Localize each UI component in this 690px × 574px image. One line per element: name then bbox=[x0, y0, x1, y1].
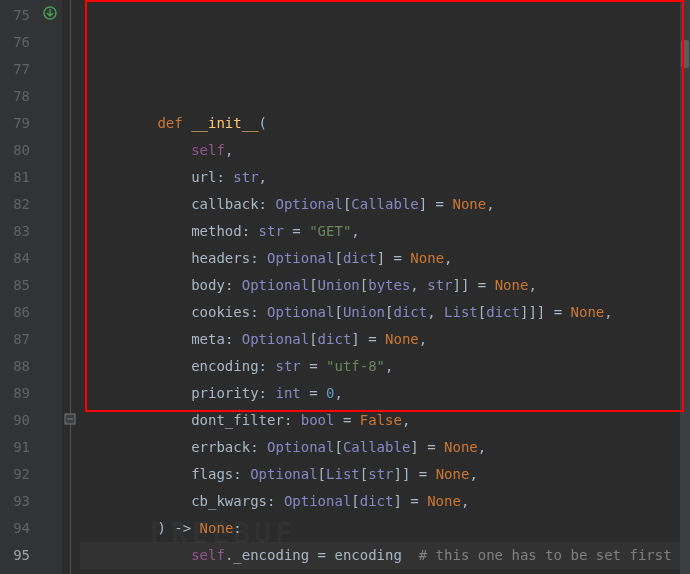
token-punc: : bbox=[225, 331, 242, 347]
token-punc: [ bbox=[334, 250, 342, 266]
token-kw: None bbox=[436, 466, 470, 482]
line-number: 79 bbox=[0, 110, 30, 137]
line-number: 92 bbox=[0, 461, 30, 488]
token-punc: , bbox=[528, 277, 536, 293]
token-punc: [ bbox=[334, 439, 342, 455]
code-line[interactable]: body: Optional[Union[bytes, str]] = None… bbox=[90, 272, 690, 299]
code-line[interactable]: callback: Optional[Callable] = None, bbox=[90, 191, 690, 218]
code-line[interactable]: priority: int = 0, bbox=[90, 380, 690, 407]
token-builtin: str bbox=[275, 358, 300, 374]
line-number: 86 bbox=[0, 299, 30, 326]
line-number: 91 bbox=[0, 434, 30, 461]
token-punc: ._encoding = encoding bbox=[225, 547, 419, 563]
token-punc: = bbox=[334, 412, 359, 428]
code-line[interactable]: self, bbox=[90, 137, 690, 164]
line-number: 77 bbox=[0, 56, 30, 83]
token-punc: [ bbox=[318, 466, 326, 482]
token-punc: ]]] = bbox=[520, 304, 571, 320]
code-line[interactable]: errback: Optional[Callable] = None, bbox=[90, 434, 690, 461]
token-punc: : bbox=[267, 493, 284, 509]
line-number-gutter: 7576777879808182838485868788899091929394… bbox=[0, 0, 40, 574]
code-line[interactable]: def __init__( bbox=[90, 110, 690, 137]
line-number: 78 bbox=[0, 83, 30, 110]
line-number: 94 bbox=[0, 515, 30, 542]
token-param: flags bbox=[191, 466, 233, 482]
code-line[interactable]: headers: Optional[dict] = None, bbox=[90, 245, 690, 272]
token-param: meta bbox=[191, 331, 225, 347]
token-type: Optional bbox=[267, 439, 334, 455]
token-type: Optional bbox=[267, 250, 334, 266]
token-type: Optional bbox=[275, 196, 342, 212]
code-line[interactable]: cb_kwargs: Optional[dict] = None, bbox=[90, 488, 690, 515]
fold-collapse-icon[interactable] bbox=[64, 413, 76, 425]
token-str: "utf-8" bbox=[326, 358, 385, 374]
override-method-icon[interactable] bbox=[43, 6, 57, 20]
token-param: url bbox=[191, 169, 216, 185]
line-number: 75 bbox=[0, 2, 30, 29]
token-param: dont_filter bbox=[191, 412, 284, 428]
token-builtin: str bbox=[233, 169, 258, 185]
code-line[interactable]: self._encoding = encoding # this one has… bbox=[90, 542, 690, 569]
token-param: encoding bbox=[191, 358, 258, 374]
token-kw: None bbox=[452, 196, 486, 212]
token-punc: , bbox=[402, 412, 410, 428]
token-punc: ] = bbox=[410, 439, 444, 455]
token-punc: [ bbox=[360, 466, 368, 482]
token-punc: , bbox=[259, 169, 267, 185]
code-line[interactable]: cookies: Optional[Union[dict, List[dict]… bbox=[90, 299, 690, 326]
code-editor[interactable]: 7576777879808182838485868788899091929394… bbox=[0, 0, 690, 574]
code-line[interactable]: method: str = "GET", bbox=[90, 218, 690, 245]
code-line[interactable]: ) -> None: bbox=[90, 515, 690, 542]
token-punc: : bbox=[225, 277, 242, 293]
token-punc: ] = bbox=[393, 493, 427, 509]
token-punc: ] = bbox=[351, 331, 385, 347]
token-punc: , bbox=[604, 304, 612, 320]
token-builtin: dict bbox=[343, 250, 377, 266]
token-punc: , bbox=[427, 304, 444, 320]
code-line[interactable]: flags: Optional[List[str]] = None, bbox=[90, 461, 690, 488]
token-param: headers bbox=[191, 250, 250, 266]
code-line[interactable]: self.method = str(method).upper() bbox=[90, 569, 690, 574]
token-comment: # this one has to be set first bbox=[419, 547, 672, 563]
token-builtin: dict bbox=[318, 331, 352, 347]
token-param: errback bbox=[191, 439, 250, 455]
token-punc: : bbox=[242, 223, 259, 239]
token-kw: False bbox=[360, 412, 402, 428]
token-punc: [ bbox=[309, 277, 317, 293]
token-punc: [ bbox=[478, 304, 486, 320]
token-kw: None bbox=[385, 331, 419, 347]
code-line[interactable]: dont_filter: bool = False, bbox=[90, 407, 690, 434]
token-fn: __init__ bbox=[191, 115, 258, 131]
token-self: self bbox=[191, 142, 225, 158]
token-punc: [ bbox=[351, 493, 359, 509]
code-area[interactable]: FREEBUF def __init__( self, url: str, ca… bbox=[80, 0, 690, 574]
token-param: body bbox=[191, 277, 225, 293]
token-punc: : bbox=[233, 520, 241, 536]
token-param: priority bbox=[191, 385, 258, 401]
code-line[interactable]: encoding: str = "utf-8", bbox=[90, 353, 690, 380]
token-punc: : bbox=[250, 439, 267, 455]
token-punc: [ bbox=[309, 331, 317, 347]
token-builtin: dict bbox=[486, 304, 520, 320]
token-type: List bbox=[326, 466, 360, 482]
token-builtin: str bbox=[368, 466, 393, 482]
code-line[interactable]: meta: Optional[dict] = None, bbox=[90, 326, 690, 353]
token-punc: ]] = bbox=[453, 277, 495, 293]
line-number: 82 bbox=[0, 191, 30, 218]
token-punc: = bbox=[284, 223, 309, 239]
token-kw: None bbox=[495, 277, 529, 293]
token-punc: , bbox=[444, 250, 452, 266]
scrollbar-thumb[interactable] bbox=[681, 40, 689, 68]
token-kw: None bbox=[200, 520, 234, 536]
token-builtin: bool bbox=[301, 412, 335, 428]
token-type: Optional bbox=[242, 331, 309, 347]
code-line[interactable]: url: str, bbox=[90, 164, 690, 191]
token-punc: [ bbox=[385, 304, 393, 320]
token-punc: , bbox=[351, 223, 359, 239]
line-number: 76 bbox=[0, 29, 30, 56]
line-number: 83 bbox=[0, 218, 30, 245]
token-punc: , bbox=[419, 331, 427, 347]
token-type: Union bbox=[343, 304, 385, 320]
token-punc: , bbox=[469, 466, 477, 482]
token-punc: , bbox=[410, 277, 427, 293]
